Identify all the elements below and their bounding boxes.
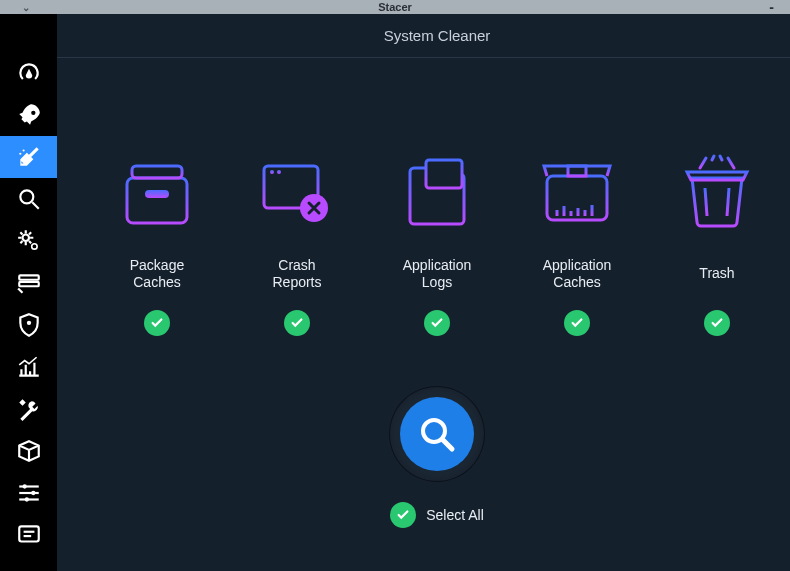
svg-line-37 [705,188,707,216]
svg-point-2 [20,190,33,203]
main-panel: System Cleaner Package Caches [57,14,790,571]
svg-rect-34 [568,166,586,176]
tile-crash-reports[interactable]: Crash Reports [227,148,367,336]
svg-rect-19 [132,166,182,178]
svg-rect-18 [127,178,187,223]
svg-rect-20 [145,190,169,198]
svg-point-8 [26,321,30,325]
svg-line-41 [443,440,452,449]
select-all-label: Select All [426,507,484,523]
sidebar-item-processes[interactable] [0,262,57,304]
tile-checkbox[interactable] [704,310,730,336]
sliders-icon [16,480,42,506]
svg-point-4 [22,235,29,242]
svg-point-14 [24,497,28,501]
svg-rect-7 [19,282,39,286]
svg-line-39 [727,188,729,216]
tile-package-caches[interactable]: Package Caches [87,148,227,336]
tile-label: Package Caches [130,256,184,292]
page-header: System Cleaner [57,14,790,58]
tile-checkbox[interactable] [424,310,450,336]
titlebar: ⌄ Stacer - [0,0,790,14]
svg-rect-6 [19,275,39,279]
sidebar-item-services[interactable] [0,220,57,262]
trash-icon [672,148,762,238]
gauge-icon [16,60,42,86]
svg-point-10 [22,484,26,488]
scan-button[interactable] [400,397,474,471]
svg-point-24 [270,170,274,174]
sidebar-item-dashboard[interactable] [0,52,57,94]
sidebar-item-uninstaller[interactable] [0,304,57,346]
scan-button-ring [389,386,485,482]
select-all-toggle[interactable]: Select All [390,502,484,528]
tile-checkbox[interactable] [144,310,170,336]
package-caches-icon [112,148,202,238]
svg-point-25 [277,170,281,174]
tools-icon [16,396,42,422]
svg-point-12 [31,491,35,495]
chart-icon [16,354,42,380]
select-all-check-icon [390,502,416,528]
application-caches-icon [532,148,622,238]
broom-icon [16,144,42,170]
tile-checkbox[interactable] [564,310,590,336]
stack-icon [16,270,42,296]
minimize-button[interactable]: - [769,0,774,15]
sidebar-item-helpers[interactable] [0,388,57,430]
page-title: System Cleaner [384,27,491,44]
gears-icon [16,228,42,254]
cleaner-grid: Package Caches [57,148,790,336]
sidebar-item-settings[interactable] [0,472,57,514]
search-icon [16,186,42,212]
tile-label: Crash Reports [272,256,321,292]
sidebar-item-cleaner[interactable] [0,136,57,178]
magnifier-icon [417,414,457,454]
menu-caret-icon[interactable]: ⌄ [22,2,30,13]
sidebar-item-startup[interactable] [0,94,57,136]
sidebar-item-search[interactable] [0,178,57,220]
shield-user-icon [16,312,42,338]
tile-label: Application Logs [403,256,472,292]
rocket-icon [16,102,42,128]
svg-point-5 [31,244,36,249]
svg-rect-15 [19,526,39,541]
feedback-icon [16,522,42,548]
sidebar [0,14,57,571]
svg-point-0 [22,149,24,151]
svg-point-1 [19,153,21,155]
tile-label: Application Caches [543,256,612,292]
tile-label: Trash [699,256,734,292]
sidebar-item-feedback[interactable] [0,514,57,556]
tile-trash[interactable]: Trash [647,148,787,336]
sidebar-item-resources[interactable] [0,346,57,388]
tile-checkbox[interactable] [284,310,310,336]
tile-application-logs[interactable]: Application Logs [367,148,507,336]
svg-line-3 [32,202,39,209]
package-icon [16,438,42,464]
tile-application-caches[interactable]: Application Caches [507,148,647,336]
sidebar-item-apt[interactable] [0,430,57,472]
application-logs-icon [392,148,482,238]
crash-reports-icon [252,148,342,238]
window-title: Stacer [378,1,412,13]
